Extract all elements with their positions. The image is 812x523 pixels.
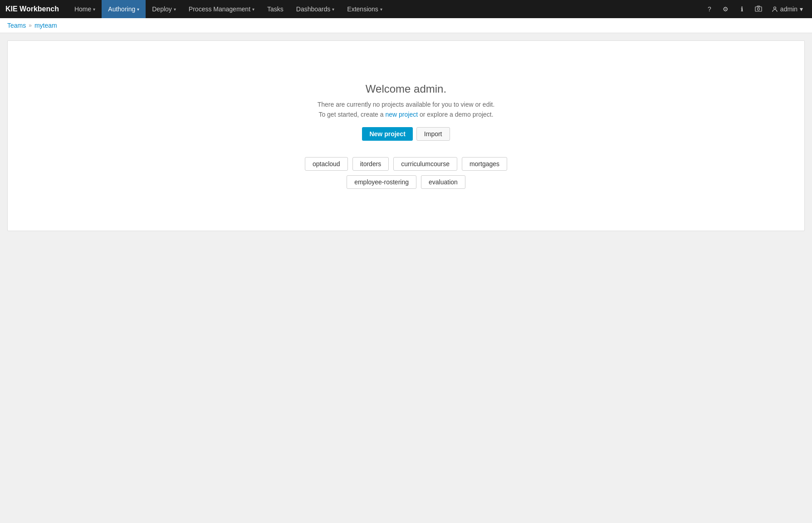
user-icon — [772, 6, 778, 12]
navbar-right: ? ⚙ ℹ admin ▾ — [703, 2, 807, 16]
user-caret-icon: ▾ — [800, 5, 803, 13]
project-tag-curriculumcourse[interactable]: curriculumcourse — [393, 157, 457, 171]
svg-rect-2 — [757, 6, 760, 7]
welcome-section: Welcome admin. There are currently no pr… — [270, 83, 542, 189]
user-menu-button[interactable]: admin ▾ — [768, 4, 807, 15]
nav-caret-dashboards: ▾ — [332, 7, 334, 12]
nav-caret-home: ▾ — [93, 7, 95, 12]
nav-link-home[interactable]: Home ▾ — [68, 0, 102, 18]
nav-caret-authoring: ▾ — [137, 7, 139, 12]
welcome-start-after: or explore a demo project. — [418, 111, 494, 118]
brand-title: KIE Workbench — [5, 5, 59, 13]
info-icon: ℹ — [741, 5, 743, 13]
project-tag-employee-rostering[interactable]: employee-rostering — [347, 175, 416, 189]
new-project-link[interactable]: new project — [385, 111, 418, 118]
welcome-start-text: To get started, create a new project or … — [270, 111, 542, 118]
welcome-description: There are currently no projects availabl… — [270, 101, 542, 108]
nav-link-tasks[interactable]: Tasks — [261, 0, 290, 18]
help-icon: ? — [708, 5, 711, 13]
action-buttons: New project Import — [270, 127, 542, 141]
svg-point-1 — [757, 8, 759, 10]
breadcrumb-separator: » — [29, 22, 32, 29]
main-nav: Home ▾ Authoring ▾ Deploy ▾ Process Mana… — [68, 0, 389, 18]
content-panel: Welcome admin. There are currently no pr… — [7, 40, 805, 231]
nav-link-process-management[interactable]: Process Management ▾ — [182, 0, 261, 18]
nav-link-extensions[interactable]: Extensions ▾ — [341, 0, 388, 18]
nav-label-authoring: Authoring — [108, 5, 135, 13]
nav-label-process-management: Process Management — [189, 5, 250, 13]
nav-item-home: Home ▾ — [68, 0, 102, 18]
project-tags-container: optaclouditorderscurriculumcoursemortgag… — [270, 157, 542, 189]
welcome-start-before: To get started, create a — [318, 111, 385, 118]
breadcrumb-myteam[interactable]: myteam — [34, 22, 57, 29]
project-tag-mortgages[interactable]: mortgages — [462, 157, 507, 171]
breadcrumb: Teams » myteam — [0, 18, 812, 33]
camera-icon — [755, 5, 762, 13]
welcome-title: Welcome admin. — [270, 83, 542, 95]
new-project-button[interactable]: New project — [362, 127, 412, 141]
top-navbar: KIE Workbench Home ▾ Authoring ▾ Deploy … — [0, 0, 812, 18]
breadcrumb-teams[interactable]: Teams — [7, 22, 26, 29]
nav-caret-extensions: ▾ — [380, 7, 382, 12]
nav-caret-deploy: ▾ — [174, 7, 176, 12]
gear-icon: ⚙ — [723, 5, 729, 13]
project-tag-itorders[interactable]: itorders — [352, 157, 389, 171]
nav-label-extensions: Extensions — [347, 5, 378, 13]
import-button[interactable]: Import — [416, 127, 450, 141]
project-tag-optacloud[interactable]: optacloud — [305, 157, 348, 171]
main-content: Welcome admin. There are currently no pr… — [0, 33, 812, 238]
navbar-left: KIE Workbench Home ▾ Authoring ▾ Deploy … — [5, 0, 389, 18]
nav-label-home: Home — [74, 5, 91, 13]
nav-item-authoring: Authoring ▾ — [102, 0, 146, 18]
help-button[interactable]: ? — [703, 2, 716, 16]
camera-button[interactable] — [752, 2, 765, 16]
project-tag-evaluation[interactable]: evaluation — [421, 175, 465, 189]
svg-rect-0 — [755, 7, 762, 11]
nav-item-process-management: Process Management ▾ — [182, 0, 261, 18]
user-label: admin — [780, 5, 797, 13]
nav-caret-process-management: ▾ — [252, 7, 254, 12]
nav-link-authoring[interactable]: Authoring ▾ — [102, 0, 146, 18]
nav-link-dashboards[interactable]: Dashboards ▾ — [290, 0, 341, 18]
nav-item-tasks: Tasks — [261, 0, 290, 18]
info-button[interactable]: ℹ — [735, 2, 749, 16]
nav-label-deploy: Deploy — [152, 5, 172, 13]
nav-item-deploy: Deploy ▾ — [146, 0, 182, 18]
svg-point-3 — [773, 7, 776, 9]
nav-label-dashboards: Dashboards — [296, 5, 331, 13]
nav-link-deploy[interactable]: Deploy ▾ — [146, 0, 182, 18]
nav-item-dashboards: Dashboards ▾ — [290, 0, 341, 18]
nav-item-extensions: Extensions ▾ — [341, 0, 388, 18]
nav-label-tasks: Tasks — [267, 5, 284, 13]
settings-button[interactable]: ⚙ — [719, 2, 733, 16]
